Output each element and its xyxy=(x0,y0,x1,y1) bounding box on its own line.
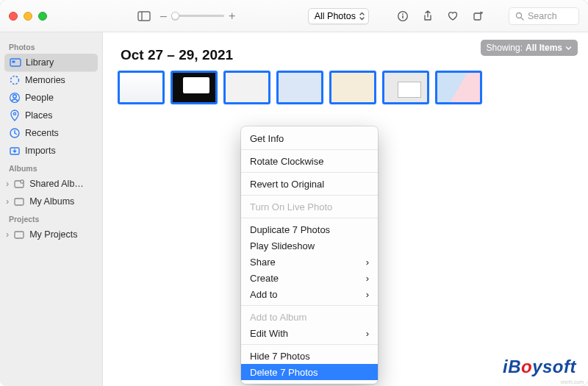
photo-thumbnail[interactable] xyxy=(382,71,429,104)
menu-item-hide[interactable]: Hide 7 Photos xyxy=(241,348,378,364)
sidebar-item-imports[interactable]: Imports xyxy=(4,142,98,160)
search-input[interactable]: Search xyxy=(509,7,579,25)
close-icon[interactable] xyxy=(9,12,18,21)
shared-album-icon xyxy=(13,178,25,190)
window-controls xyxy=(9,12,47,21)
menu-separator xyxy=(241,344,378,345)
svg-rect-0 xyxy=(138,12,150,21)
info-button[interactable] xyxy=(394,7,412,25)
svg-point-3 xyxy=(402,13,404,15)
photo-thumbnail[interactable] xyxy=(118,71,165,104)
context-menu: Get Info Rotate Clockwise Revert to Orig… xyxy=(241,126,378,384)
places-icon xyxy=(9,110,21,121)
showing-badge[interactable]: Showing: All Items xyxy=(481,40,578,56)
menu-item-add-to-album: Add to Album xyxy=(241,309,378,325)
showing-badge-row: Showing: All Items xyxy=(481,40,578,56)
chevron-right-icon: › xyxy=(6,229,9,240)
thumbnail-strip xyxy=(103,71,588,104)
svg-rect-19 xyxy=(15,232,24,238)
menu-item-create[interactable]: Create› xyxy=(241,270,378,286)
photos-window: – + All Photos Search Photos Library xyxy=(0,0,588,386)
zoom-plus-label: + xyxy=(229,10,235,23)
body: Photos Library Memories People Places Re… xyxy=(0,32,588,386)
photo-thumbnail[interactable] xyxy=(329,71,376,104)
svg-rect-8 xyxy=(10,59,21,66)
zoom-minus-label: – xyxy=(160,10,167,23)
share-button[interactable] xyxy=(419,7,437,25)
memories-icon xyxy=(9,74,21,86)
sidebar-item-recents[interactable]: Recents xyxy=(4,124,98,142)
sidebar-group-photos: Photos xyxy=(4,38,98,54)
share-icon xyxy=(423,10,433,22)
info-icon xyxy=(397,10,409,22)
people-icon xyxy=(9,92,21,104)
sidebar-item-memories[interactable]: Memories xyxy=(4,71,98,89)
heart-icon xyxy=(447,10,459,22)
sidebar-item-label: Shared Alb… xyxy=(29,179,84,189)
svg-point-13 xyxy=(13,112,15,115)
view-select[interactable]: All Photos xyxy=(308,8,369,24)
menu-item-delete[interactable]: Delete 7 Photos xyxy=(241,364,378,380)
sidebar-item-shared-albums[interactable]: › Shared Alb… xyxy=(4,175,98,193)
attribution: vixnh.com xyxy=(560,379,584,385)
svg-point-10 xyxy=(11,76,19,85)
svg-rect-9 xyxy=(12,61,15,63)
sidebar-item-label: My Albums xyxy=(29,196,74,207)
zoom-track[interactable] xyxy=(171,15,224,17)
photo-thumbnail[interactable] xyxy=(223,71,270,104)
menu-item-rotate-clockwise[interactable]: Rotate Clockwise xyxy=(241,153,378,169)
sidebar-item-label: Memories xyxy=(25,75,65,85)
sidebar-item-my-albums[interactable]: › My Albums xyxy=(4,193,98,210)
chevron-down-icon xyxy=(565,45,572,51)
zoom-slider[interactable]: – + xyxy=(160,10,235,23)
photo-thumbnail[interactable] xyxy=(435,71,482,104)
svg-rect-4 xyxy=(402,15,403,18)
photo-thumbnail[interactable] xyxy=(171,71,218,104)
photo-thumbnail[interactable] xyxy=(276,71,323,104)
sidebar-group-albums: Albums xyxy=(4,160,98,175)
album-icon xyxy=(13,196,25,207)
sidebar-item-places[interactable]: Places xyxy=(4,107,98,124)
titlebar: – + All Photos Search xyxy=(0,0,588,32)
album-icon xyxy=(13,229,25,240)
menu-item-get-info[interactable]: Get Info xyxy=(241,130,378,146)
chevron-right-icon: › xyxy=(6,196,9,207)
sidebar-toggle-button[interactable] xyxy=(135,7,153,25)
fullscreen-icon[interactable] xyxy=(38,12,47,21)
sidebar-item-label: Imports xyxy=(25,146,56,156)
sidebar-item-label: People xyxy=(25,93,54,103)
svg-line-7 xyxy=(521,18,523,20)
content-area: Showing: All Items Oct 27 – 29, 2021 Get… xyxy=(103,32,588,386)
menu-item-revert-to-original[interactable]: Revert to Original xyxy=(241,176,378,192)
recents-icon xyxy=(9,127,21,139)
library-icon xyxy=(10,57,21,68)
showing-prefix: Showing: xyxy=(487,43,523,53)
sidebar-item-people[interactable]: People xyxy=(4,89,98,107)
menu-separator xyxy=(241,305,378,306)
menu-separator xyxy=(241,172,378,173)
sidebar-item-label: Places xyxy=(25,110,53,121)
sidebar-item-my-projects[interactable]: › My Projects xyxy=(4,226,98,243)
sidebar-toggle-icon xyxy=(137,11,151,21)
menu-item-duplicate[interactable]: Duplicate 7 Photos xyxy=(241,221,378,237)
menu-item-share[interactable]: Share› xyxy=(241,254,378,270)
chevron-right-icon: › xyxy=(6,179,9,189)
sidebar-item-library[interactable]: Library xyxy=(4,54,98,71)
rotate-button[interactable] xyxy=(469,7,487,25)
menu-separator xyxy=(241,218,378,218)
menu-item-add-to[interactable]: Add to› xyxy=(241,286,378,302)
svg-point-11 xyxy=(13,95,17,99)
menu-item-edit-with[interactable]: Edit With› xyxy=(241,325,378,341)
zoom-knob[interactable] xyxy=(171,12,179,20)
minimize-icon[interactable] xyxy=(24,12,32,21)
chevron-updown-icon xyxy=(359,12,365,21)
chevron-right-icon: › xyxy=(366,289,369,300)
sidebar: Photos Library Memories People Places Re… xyxy=(0,32,103,386)
search-icon xyxy=(515,12,524,21)
menu-item-play-slideshow[interactable]: Play Slideshow xyxy=(241,237,378,254)
search-placeholder: Search xyxy=(528,11,557,21)
sidebar-group-projects: Projects xyxy=(4,210,98,226)
sidebar-item-label: Recents xyxy=(25,128,59,138)
imports-icon xyxy=(9,145,21,157)
favorite-button[interactable] xyxy=(444,7,462,25)
